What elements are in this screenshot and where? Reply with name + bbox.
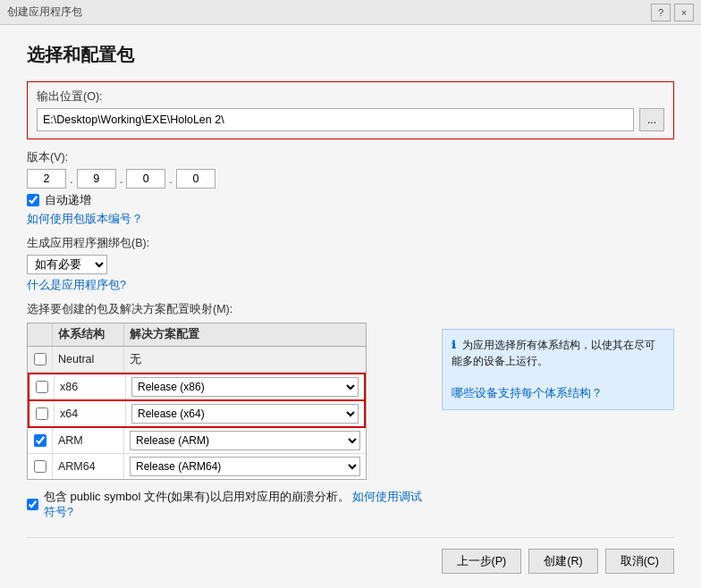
back-button[interactable]: 上一步(P) bbox=[442, 549, 522, 574]
row-check-cell bbox=[28, 347, 53, 372]
symbol-row: 包含 public symbol 文件(如果有)以启用对应用的崩溃分析。 如何使… bbox=[27, 489, 424, 520]
row-arch-cell: Neutral bbox=[53, 347, 124, 372]
bundle-section: 生成应用程序捆绑包(B): 如有必要 始终 从不 什么是应用程序包? bbox=[27, 236, 674, 293]
arch-checkbox-arm64[interactable] bbox=[34, 460, 46, 473]
version-input-4[interactable] bbox=[176, 169, 215, 189]
table-label: 选择要创建的包及解决方案配置映射(M): bbox=[27, 302, 424, 317]
config-select-x64[interactable]: Release (x64) Debug (x64) bbox=[131, 404, 359, 424]
row-config-cell-x86: Release (x86) Debug (x86) bbox=[126, 374, 364, 399]
version-label: 版本(V): bbox=[27, 150, 674, 165]
page-title: 选择和配置包 bbox=[27, 43, 674, 67]
row-check-cell-arm bbox=[28, 428, 53, 453]
config-select-x86[interactable]: Release (x86) Debug (x86) bbox=[131, 377, 359, 397]
row-arch-cell-arm: ARM bbox=[53, 428, 124, 453]
header-config: 解决方案配置 bbox=[124, 323, 366, 346]
symbol-label: 包含 public symbol 文件(如果有)以启用对应用的崩溃分析。 如何使… bbox=[44, 489, 424, 520]
package-table: 体系结构 解决方案配置 Neutral 无 x86 bbox=[27, 323, 367, 480]
arch-checkbox-arm[interactable] bbox=[34, 434, 46, 447]
browse-button[interactable]: ... bbox=[639, 108, 664, 131]
close-button[interactable]: × bbox=[674, 4, 694, 21]
dialog: 选择和配置包 输出位置(O): ... 版本(V): . . . 自动递增 如何… bbox=[0, 25, 701, 588]
version-input-1[interactable] bbox=[27, 169, 66, 189]
info-link[interactable]: 哪些设备支持每个体系结构？ bbox=[452, 387, 603, 399]
title-bar-text: 创建应用程序包 bbox=[7, 4, 82, 20]
row-config-cell-x64: Release (x64) Debug (x64) bbox=[126, 401, 364, 426]
right-panel: ℹ 为应用选择所有体系结构，以使其在尽可能多的设备上运行。 哪些设备支持每个体系… bbox=[442, 302, 674, 537]
symbol-checkbox[interactable] bbox=[27, 499, 38, 510]
output-label: 输出位置(O): bbox=[37, 89, 664, 105]
row-check-cell-x86 bbox=[30, 374, 55, 399]
output-section: 输出位置(O): ... bbox=[27, 81, 674, 139]
version-section: 版本(V): . . . 自动递增 如何使用包版本编号？ bbox=[27, 150, 674, 227]
arch-checkbox-x64[interactable] bbox=[36, 407, 48, 420]
row-arch-cell-x86: x86 bbox=[55, 374, 126, 399]
table-header: 体系结构 解决方案配置 bbox=[28, 323, 366, 347]
left-panel: 选择要创建的包及解决方案配置映射(M): 体系结构 解决方案配置 Neutral… bbox=[27, 302, 424, 537]
version-row: . . . bbox=[27, 169, 674, 189]
row-arch-cell-arm64: ARM64 bbox=[53, 454, 124, 479]
bundle-select-row: 如有必要 始终 从不 bbox=[27, 255, 674, 274]
info-text: 为应用选择所有体系结构，以使其在尽可能多的设备上运行。 bbox=[452, 339, 655, 367]
table-row-arm: ARM Release (ARM) Debug (ARM) bbox=[28, 428, 366, 454]
output-row: ... bbox=[37, 108, 664, 131]
table-row: Neutral 无 bbox=[28, 347, 366, 373]
row-check-cell-arm64 bbox=[28, 454, 53, 479]
auto-increment-checkbox[interactable] bbox=[27, 194, 39, 206]
bundle-help-link[interactable]: 什么是应用程序包? bbox=[27, 279, 126, 291]
version-help-link[interactable]: 如何使用包版本编号？ bbox=[27, 213, 143, 225]
help-button[interactable]: ? bbox=[651, 4, 671, 21]
arch-checkbox-x86[interactable] bbox=[36, 381, 48, 393]
bundle-label: 生成应用程序捆绑包(B): bbox=[27, 236, 674, 251]
auto-increment-label: 自动递增 bbox=[45, 192, 91, 208]
table-row-x64: x64 Release (x64) Debug (x64) bbox=[28, 401, 366, 428]
table-row-x86: x86 Release (x86) Debug (x86) bbox=[28, 373, 366, 401]
info-box: ℹ 为应用选择所有体系结构，以使其在尽可能多的设备上运行。 哪些设备支持每个体系… bbox=[442, 329, 674, 410]
version-input-3[interactable] bbox=[126, 169, 165, 189]
config-select-arm64[interactable]: Release (ARM64) Debug (ARM64) bbox=[130, 457, 360, 476]
output-input[interactable] bbox=[37, 108, 634, 131]
main-content: 选择要创建的包及解决方案配置映射(M): 体系结构 解决方案配置 Neutral… bbox=[27, 302, 674, 537]
row-config-cell-arm64: Release (ARM64) Debug (ARM64) bbox=[124, 454, 366, 479]
row-check-cell-x64 bbox=[30, 401, 55, 426]
header-arch: 体系结构 bbox=[53, 323, 124, 346]
title-bar-buttons: ? × bbox=[651, 4, 694, 21]
config-select-arm[interactable]: Release (ARM) Debug (ARM) bbox=[130, 431, 360, 450]
row-arch-cell-x64: x64 bbox=[55, 401, 126, 426]
bundle-select[interactable]: 如有必要 始终 从不 bbox=[27, 255, 107, 274]
title-bar: 创建应用程序包 ? × bbox=[0, 0, 701, 25]
create-button[interactable]: 创建(R) bbox=[528, 549, 597, 574]
version-input-2[interactable] bbox=[77, 169, 116, 189]
table-row-arm64: ARM64 Release (ARM64) Debug (ARM64) bbox=[28, 454, 366, 479]
bottom-buttons: 上一步(P) 创建(R) 取消(C) bbox=[27, 537, 674, 574]
info-icon: ℹ bbox=[452, 339, 456, 351]
cancel-button[interactable]: 取消(C) bbox=[605, 549, 674, 574]
row-config-cell: 无 bbox=[124, 347, 366, 372]
arch-checkbox-neutral[interactable] bbox=[34, 353, 46, 365]
header-check bbox=[28, 323, 53, 346]
row-config-cell-arm: Release (ARM) Debug (ARM) bbox=[124, 428, 366, 453]
auto-increment-row: 自动递增 bbox=[27, 192, 674, 208]
